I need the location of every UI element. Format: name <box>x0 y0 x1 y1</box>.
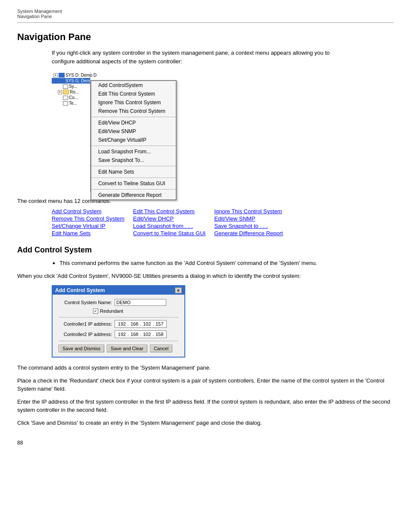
body-para-2: Place a check in the 'Redundant' check b… <box>17 376 394 393</box>
cmd-col1-row1[interactable]: Add Control System <box>52 208 133 215</box>
controller1-row: Controller1 IP address: . . . <box>59 320 178 328</box>
tree-panel: + SYS D: Demo D SYS G: Demo G Sy... + Ro… <box>52 72 90 192</box>
cmd-col1-row4[interactable]: Edit Name Sets <box>52 230 133 237</box>
controller2-label: Controller2 IP address: <box>59 332 115 337</box>
save-dismiss-button[interactable]: Save and Dismiss <box>59 345 104 352</box>
cmd-col3-row3[interactable]: Save Snapshot to . . . <box>214 222 291 230</box>
ip2-seg4[interactable] <box>154 332 165 337</box>
tree-row-sy: Sy... <box>52 84 90 89</box>
doc-icon <box>63 84 68 89</box>
dialog-title-bar: Add Control System × <box>53 286 184 295</box>
tree-row-sysg: SYS G: Demo G <box>52 78 90 84</box>
ip-dot-7: . <box>153 332 154 337</box>
dialog-separator-2 <box>59 341 178 341</box>
cmd-col3-row2[interactable]: Edit/View SNMP <box>214 215 291 222</box>
folder-icon <box>63 90 69 94</box>
context-menu-popup: Add ControlSystem Edit This Control Syst… <box>90 80 177 200</box>
ctx-menu-save-snapshot[interactable]: Save Snapshot To... <box>91 156 176 165</box>
cmd-col2-row2[interactable]: Edit/View DHCP <box>133 215 214 222</box>
ctx-menu-add-control[interactable]: Add ControlSystem <box>91 81 176 90</box>
dialog-separator-1 <box>59 317 178 317</box>
cmd-col2-row1[interactable]: Edit This Control System <box>133 208 214 215</box>
cmd-col2-row4[interactable]: Convert to Tieline Status GUI <box>133 230 214 237</box>
bullet-triangle-icon: ▲ <box>52 260 56 265</box>
dialog-close-button[interactable]: × <box>175 287 182 293</box>
ctx-menu-virtual-ip[interactable]: Set/Change VirtualIP <box>91 136 176 144</box>
monitor-icon-2 <box>59 78 65 83</box>
ctx-menu-snmp[interactable]: Edit/View SNMP <box>91 127 176 136</box>
dialog-body: Control System Name: ✓ Redundant Control… <box>53 295 184 357</box>
cmd-col1-row3[interactable]: Set/Change Virtual IP <box>52 222 133 230</box>
ctx-menu-load-snapshot[interactable]: Load Snapshot From... <box>91 147 176 156</box>
ip-dot-5: . <box>128 332 129 337</box>
cmd-col3-row1[interactable]: Ignore This Control System <box>214 208 291 215</box>
separator-1 <box>91 117 176 117</box>
dialog-name-row: Control System Name: <box>59 299 178 306</box>
ctx-menu-diff-report[interactable]: Generate Difference Report <box>91 191 176 199</box>
body-para-4: Click 'Save and Dismiss' to create an en… <box>17 419 394 427</box>
cmd-col1-row2[interactable]: Remove This Control System <box>52 215 133 222</box>
controller2-ip-field[interactable]: . . . <box>115 330 167 338</box>
controller1-label: Controller1 IP address: <box>59 321 115 327</box>
ctx-menu-edit-this[interactable]: Edit This Control System <box>91 90 176 98</box>
screenshot-area: + SYS D: Demo D SYS G: Demo G Sy... + Ro… <box>52 72 181 192</box>
separator-4 <box>91 177 176 178</box>
ctx-menu-name-sets[interactable]: Edit Name Sets <box>91 168 176 176</box>
ctx-menu-dhcp[interactable]: Edit/View DHCP <box>91 118 176 127</box>
redundant-label: Redundant <box>100 308 123 314</box>
body-para-3: Enter the IP address of the first system… <box>17 398 394 414</box>
redundant-row: ✓ Redundant <box>93 308 178 314</box>
tree-row-ro: + Ro... <box>52 89 90 95</box>
ip2-seg1[interactable] <box>117 332 127 337</box>
redundant-checkbox[interactable]: ✓ <box>93 308 98 314</box>
body-para-1: The command adds a control system entry … <box>17 364 394 372</box>
controller1-ip-field[interactable]: . . . <box>115 320 167 328</box>
section2-intro: When you click 'Add Control System', NV9… <box>17 272 394 280</box>
monitor-icon <box>59 73 65 78</box>
cmd-col2-row3[interactable]: Load Snapshot from . . . <box>133 222 214 230</box>
intro-text: If you right-click any system controller… <box>52 49 345 65</box>
cmd-col3-row4[interactable]: Generate Difference Report <box>214 230 291 237</box>
separator-2 <box>91 146 176 146</box>
dialog-title-label: Add Control System <box>55 287 105 293</box>
ip-dot-3: . <box>153 321 154 327</box>
ctx-menu-tieline[interactable]: Convert to Tieline Status GUI <box>91 179 176 188</box>
tree-row-sysd: + SYS D: Demo D <box>52 72 90 78</box>
ip-dot-6: . <box>140 332 141 337</box>
tree-row-te: Te... <box>52 100 90 106</box>
commands-table: Add Control System Edit This Control Sys… <box>52 208 292 237</box>
page-title: Navigation Pane <box>17 31 394 43</box>
controller2-row: Controller2 IP address: . . . <box>59 330 178 338</box>
bullet-row: ▲ This command performs the same functio… <box>52 259 394 268</box>
ip2-seg2[interactable] <box>129 332 140 337</box>
ctx-menu-ignore[interactable]: Ignore This Control System <box>91 98 176 107</box>
ip1-seg3[interactable] <box>142 321 152 327</box>
ip1-seg2[interactable] <box>129 321 140 327</box>
add-control-system-dialog: Add Control System × Control System Name… <box>52 285 185 358</box>
tree-row-co: Co... <box>52 95 90 100</box>
save-clear-button[interactable]: Save and Clear <box>107 345 147 352</box>
separator-5 <box>91 189 176 190</box>
commands-intro: The context menu has 12 commands: <box>17 198 394 204</box>
expand-icon-ro: + <box>58 90 62 94</box>
ip-dot-1: . <box>128 321 129 327</box>
separator-3 <box>91 166 176 166</box>
bullet-text: This command performs the same function … <box>59 259 317 268</box>
ctx-menu-remove[interactable]: Remove This Control System <box>91 107 176 115</box>
control-system-name-label: Control System Name: <box>59 300 115 305</box>
expand-icon: + <box>53 73 58 78</box>
breadcrumb-sub: Navigation Pane <box>17 14 394 19</box>
breadcrumb-top: System Management <box>17 9 394 14</box>
cancel-button[interactable]: Cancel <box>150 345 172 352</box>
ip1-seg4[interactable] <box>154 321 165 327</box>
ip1-seg1[interactable] <box>117 321 127 327</box>
ip2-seg3[interactable] <box>142 332 152 337</box>
doc-icon-co <box>63 96 68 100</box>
page-number: 88 <box>17 440 394 446</box>
page-header: System Management Navigation Pane <box>17 9 394 23</box>
section2-title: Add Control System <box>17 246 394 255</box>
ip-dot-2: . <box>140 321 141 327</box>
control-system-name-input[interactable] <box>115 299 166 306</box>
doc-icon-te <box>63 101 68 106</box>
dialog-buttons: Save and Dismiss Save and Clear Cancel <box>59 345 178 352</box>
